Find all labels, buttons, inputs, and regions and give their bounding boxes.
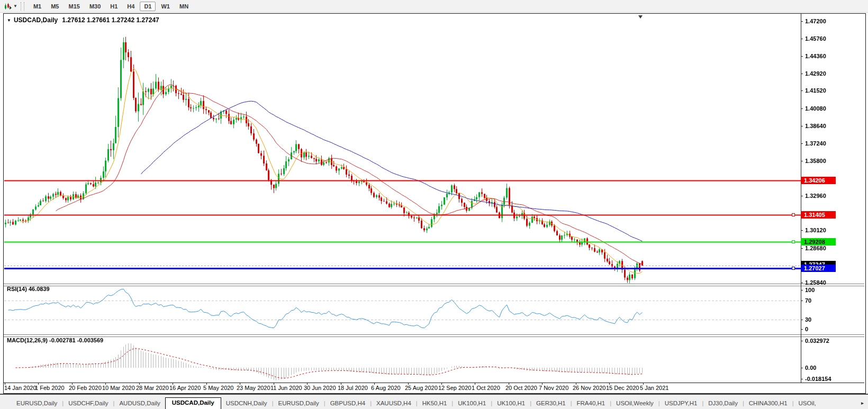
price-axis-label: 1.40080 xyxy=(805,105,826,112)
price-axis-label: 1.42920 xyxy=(805,70,826,77)
macd-indicator-label: MACD(12,26,9) -0.002781 -0.003569 xyxy=(7,337,103,343)
time-axis-label: 14 Jan 2020 xyxy=(4,385,37,391)
price-axis-label: 1.28680 xyxy=(805,245,826,252)
axis-label: 0 xyxy=(805,326,808,333)
axis-label: -0.018154 xyxy=(805,376,831,383)
tool-dropdown-caret-icon[interactable]: ▼ xyxy=(13,4,17,8)
timeframe-button-m1[interactable]: M1 xyxy=(29,2,46,11)
symbol-tab-uk100-h1[interactable]: UK100,H1 xyxy=(453,398,491,409)
price-axis-tick xyxy=(801,230,803,231)
chart-window: ▼ USDCAD,Daily 1.27612 1.27661 1.27242 1… xyxy=(3,13,866,394)
timeframe-button-mn[interactable]: MN xyxy=(175,2,193,11)
time-axis-label: 16 Apr 2020 xyxy=(169,385,201,391)
price-tag-1.27027[interactable]: 1.27027 xyxy=(801,265,836,272)
price-axis-label: 1.35800 xyxy=(805,158,826,165)
axis-label: 70 xyxy=(805,297,811,304)
axis-tick xyxy=(801,301,803,301)
timeframe-button-m30[interactable]: M30 xyxy=(85,2,105,11)
symbol-tab-audusd-daily[interactable]: AUDUSD,Daily xyxy=(114,398,165,409)
timeframe-button-h1[interactable]: H1 xyxy=(106,2,122,11)
macd-chart-canvas[interactable] xyxy=(4,337,801,383)
axis-label: 0.00 xyxy=(805,365,816,371)
price-axis-tick xyxy=(801,90,803,91)
chart-ohlc-values: 1.27612 1.27661 1.27242 1.27247 xyxy=(62,16,159,24)
time-axis-label: 15 Dec 2020 xyxy=(606,385,639,391)
price-axis-tick xyxy=(801,108,803,109)
chart-tool-icon[interactable] xyxy=(3,2,13,11)
mt4-app: ▼ M1M5M15M30H1H4D1W1MN ▼ USDCAD,Daily 1.… xyxy=(0,0,868,409)
symbol-tab-uk100-h1[interactable]: UK100,H1 xyxy=(492,398,530,409)
time-axis-label: 11 Jun 2020 xyxy=(270,385,302,391)
price-axis-tick xyxy=(801,248,803,249)
price-axis-label: 1.45760 xyxy=(805,35,826,42)
price-axis-tick xyxy=(801,283,803,283)
price-chart-canvas[interactable] xyxy=(4,14,801,284)
chart-title: ▼ USDCAD,Daily 1.27612 1.27661 1.27242 1… xyxy=(7,16,159,24)
timeframe-button-h4[interactable]: H4 xyxy=(123,2,139,11)
chart-collapse-arrow-icon[interactable]: ▼ xyxy=(7,18,11,23)
pane-separator-rsi[interactable] xyxy=(4,284,864,286)
symbol-tab-xauusd-h4[interactable]: XAUUSD,H4 xyxy=(372,398,416,409)
timeframe-button-m15[interactable]: M15 xyxy=(64,2,84,11)
time-axis-label: 5 May 2020 xyxy=(203,385,233,391)
chart-shift-marker-icon[interactable] xyxy=(638,15,643,19)
time-axis-label: 25 Aug 2020 xyxy=(405,385,438,391)
price-axis-label: 1.47200 xyxy=(805,18,826,25)
symbol-tab-hk50-h1[interactable]: HK50,H1 xyxy=(418,398,452,409)
symbol-tab-usdcnh-daily[interactable]: USDCNH,Daily xyxy=(221,398,272,409)
price-axis-tick xyxy=(801,126,803,126)
time-axis-label: 12 Sep 2020 xyxy=(438,385,471,391)
price-axis-label: 1.44360 xyxy=(805,53,826,60)
time-axis-label: 26 Nov 2020 xyxy=(573,385,605,391)
price-axis-label: 1.38640 xyxy=(805,123,826,130)
price-tag-1.34206[interactable]: 1.34206 xyxy=(801,177,836,184)
symbol-tab-usdjpy-h1[interactable]: USDJPY,H1 xyxy=(660,398,702,409)
pane-separator-macd[interactable] xyxy=(4,334,864,337)
tab-scroll-right-icon[interactable]: ▸ xyxy=(861,400,864,409)
time-axis-label: 6 Aug 2020 xyxy=(371,385,401,391)
symbol-tab-ger30-h1[interactable]: GER30,H1 xyxy=(531,398,571,409)
axis-tick xyxy=(801,329,803,330)
axis-tick xyxy=(801,320,803,320)
price-tag-1.31405[interactable]: 1.31405 xyxy=(801,211,836,219)
price-axis-tick xyxy=(801,74,803,74)
time-axis-label: 20 Oct 2020 xyxy=(505,385,537,391)
price-axis-label: 1.30120 xyxy=(805,227,826,234)
timeframe-toolbar: ▼ M1M5M15M30H1H4D1W1MN xyxy=(0,0,868,13)
symbol-tab-dj30-daily[interactable]: DJ30,Daily xyxy=(703,398,743,409)
time-axis-label: 1 Feb 2020 xyxy=(35,385,65,391)
axis-tick xyxy=(801,341,803,341)
symbol-tab-usoil-[interactable]: USOil, xyxy=(794,398,821,409)
axis-label: 30 xyxy=(805,316,811,323)
time-axis-label: 7 Nov 2020 xyxy=(539,385,568,391)
price-axis-tick xyxy=(801,161,803,161)
time-axis-label: 28 Mar 2020 xyxy=(136,385,169,391)
toolbar-grip-handle[interactable] xyxy=(21,2,24,11)
price-axis-tick xyxy=(801,56,803,57)
symbol-tab-usoil-weekly[interactable]: USOil,Weekly xyxy=(611,398,658,409)
timeframe-button-w1[interactable]: W1 xyxy=(157,2,174,11)
symbol-tab-eurusd-daily[interactable]: EURUSD,Daily xyxy=(12,398,62,409)
timeframe-buttons: M1M5M15M30H1H4D1W1MN xyxy=(29,2,193,11)
price-axis-tick xyxy=(801,196,803,196)
symbol-tab-usdcad-daily[interactable]: USDCAD,Daily xyxy=(165,397,221,409)
axis-tick xyxy=(801,290,803,290)
time-axis-line xyxy=(4,383,864,383)
rsi-chart-canvas[interactable] xyxy=(4,286,801,334)
symbol-tab-china300-h1[interactable]: CHINA300,H1 xyxy=(744,398,792,409)
axis-label: 100 xyxy=(805,287,815,294)
timeframe-button-d1[interactable]: D1 xyxy=(140,2,156,11)
price-tag-1.29208[interactable]: 1.29208 xyxy=(801,238,836,246)
symbol-tab-gbpusd-h4[interactable]: GBPUSD,H4 xyxy=(326,398,370,409)
price-axis-tick xyxy=(801,39,803,39)
symbol-tab-eurusd-daily[interactable]: EURUSD,Daily xyxy=(273,398,323,409)
time-axis-label: 20 Feb 2020 xyxy=(69,385,102,391)
timeframe-button-m5[interactable]: M5 xyxy=(47,2,63,11)
price-axis-tick xyxy=(801,143,803,144)
symbol-tab-usdchf-daily[interactable]: USDCHF,Daily xyxy=(64,398,113,409)
price-axis-label: 1.32960 xyxy=(805,193,826,199)
symbol-tab-fra40-h1[interactable]: FRA40,H1 xyxy=(572,398,610,409)
price-axis-tick xyxy=(801,21,803,22)
axis-label: 0.032972 xyxy=(805,338,829,344)
time-axis-label: 1 Oct 2020 xyxy=(472,385,500,391)
